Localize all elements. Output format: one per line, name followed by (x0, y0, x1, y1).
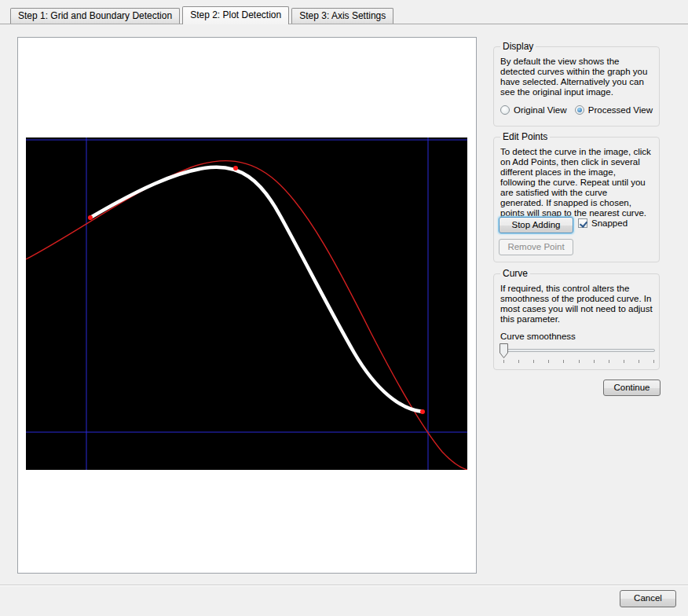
curve-group-label: Curve (500, 268, 530, 279)
slider-track[interactable] (500, 349, 655, 352)
image-panel (17, 37, 477, 574)
curve-smoothness-label: Curve smoothness (500, 332, 653, 341)
edit-points-description: To detect the curve in the image, click … (500, 147, 653, 218)
tab-step1-grid-boundary[interactable]: Step 1: Grid and Boundary Detection (10, 8, 180, 24)
radio-processed-icon (575, 105, 584, 115)
bottom-divider (0, 585, 688, 585)
radio-processed-label: Processed View (588, 105, 653, 115)
snapped-checkbox[interactable]: Snapped (578, 218, 628, 228)
snapped-checkbox-label: Snapped (591, 218, 628, 228)
cancel-button[interactable]: Cancel (620, 590, 676, 607)
tab-step2-plot-detection[interactable]: Step 2: Plot Detection (182, 6, 289, 24)
edit-points-group-label: Edit Points (500, 131, 550, 142)
curve-group: Curve If required, this control alters t… (493, 273, 660, 370)
display-group: Display By default the view shows the de… (493, 46, 660, 126)
tab-bar: Step 1: Grid and Boundary Detection Step… (10, 6, 396, 24)
remove-point-button[interactable]: Remove Point (499, 239, 573, 255)
plot-canvas[interactable] (26, 138, 467, 470)
slider-tick-marks (503, 360, 655, 363)
radio-original-label: Original View (514, 105, 567, 115)
edit-points-group: Edit Points To detect the curve in the i… (493, 137, 660, 262)
radio-original-icon (500, 105, 510, 115)
continue-button[interactable]: Continue (603, 380, 661, 396)
radio-original-view[interactable]: Original View (500, 105, 567, 115)
snapped-checkbox-box (578, 218, 587, 228)
plot-background (26, 138, 467, 470)
slider-thumb[interactable] (500, 343, 508, 358)
stop-adding-button[interactable]: Stop Adding (499, 217, 573, 233)
display-description: By default the view shows the detected c… (500, 57, 653, 97)
view-radio-row: Original View Processed View (500, 105, 653, 115)
radio-processed-view[interactable]: Processed View (575, 105, 653, 115)
display-group-label: Display (500, 41, 536, 52)
curve-description: If required, this control alters the smo… (500, 284, 653, 324)
tab-step3-axis-settings[interactable]: Step 3: Axis Settings (291, 8, 393, 24)
curve-smoothness-slider[interactable] (500, 343, 655, 364)
